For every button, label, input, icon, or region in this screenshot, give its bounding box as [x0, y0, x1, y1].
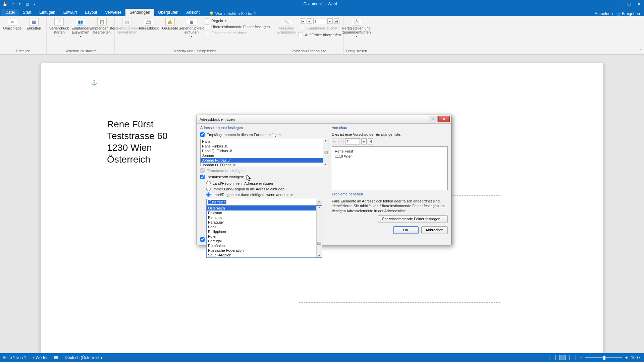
name-format-listbox[interactable]: Hans Hans Fürbas Jr. Hans Q. Fürbas Jr. … [200, 139, 328, 166]
match-fields-button[interactable]: Übereinstimmende Felder festlegen [204, 24, 270, 29]
collapse-ribbon-icon[interactable]: ˄ [640, 49, 642, 53]
start-merge-button[interactable]: 📄Seriendruck starten▾ [49, 17, 69, 38]
preview-next-button[interactable]: ▸ [361, 138, 367, 144]
list-item[interactable]: Hans [201, 139, 323, 144]
prev-record-button[interactable]: ◂ [307, 18, 312, 24]
dropdown-item[interactable]: Peru [207, 225, 316, 229]
dropdown-item[interactable]: Paraguay [207, 220, 316, 225]
print-layout-button[interactable] [559, 355, 566, 360]
tab-start[interactable]: Start [19, 9, 35, 16]
update-icon [205, 31, 209, 35]
dialog-help-button[interactable]: ? [429, 116, 438, 122]
status-words[interactable]: 7 Wörter [32, 355, 48, 360]
radio-always[interactable] [206, 187, 211, 191]
dropdown-item[interactable]: Österreich [207, 206, 316, 210]
zoom-slider[interactable] [585, 357, 622, 358]
envelopes-button[interactable]: ✉Umschläge [2, 17, 23, 30]
tab-review[interactable]: Überprüfen [154, 9, 182, 16]
record-input[interactable] [313, 18, 326, 24]
redo-icon[interactable]: ↻ [17, 2, 22, 6]
signin-button[interactable]: Anmelden [595, 11, 613, 16]
list-item[interactable]: Johann [201, 153, 323, 158]
edit-recipients-button[interactable]: 📋Empfängerliste bearbeiten [92, 17, 112, 34]
tab-view[interactable]: Ansicht [182, 9, 204, 16]
status-bar: Seite 1 von 1 7 Wörter 📖 Deutsch (Österr… [0, 353, 644, 362]
last-record-button[interactable]: ▸| [334, 18, 339, 24]
rules-icon [205, 18, 209, 23]
chk-postal-label: Postanschrift einfügen: [207, 175, 244, 179]
radio-always-label: Immer Land/Region in die Adresse einfüge… [213, 187, 284, 191]
list-item[interactable]: Johann Q. Fürbas Jr. [201, 163, 323, 166]
dialog-titlebar[interactable]: Adressblock einfügen ? ✕ [197, 115, 451, 124]
finish-merge-button[interactable]: 📩Fertig stellen und zusammenführen▾ [346, 17, 367, 38]
touch-icon[interactable]: ▥ [25, 2, 30, 6]
rules-button[interactable]: Regeln ▾ [204, 18, 270, 23]
update-labels-button: Etiketten aktualisieren [204, 30, 270, 36]
tab-file[interactable]: Datei [1, 9, 19, 16]
dialog-close-button[interactable]: ✕ [438, 116, 450, 122]
preview-record-input[interactable] [345, 138, 360, 144]
listbox-scrollbar[interactable]: ▲▼ [323, 139, 328, 166]
combo-dropdown-button[interactable]: ▼ [316, 199, 322, 205]
labels-button[interactable]: ▦Etiketten [23, 17, 44, 30]
tab-design[interactable]: Entwurf [59, 9, 81, 16]
status-lang[interactable]: Deutsch (Österreich) [65, 355, 102, 360]
radio-other-label: Land/Region nur dann einfügen, wenn ande… [213, 193, 294, 197]
zoom-in-button[interactable]: + [625, 355, 628, 360]
undo-icon[interactable]: ↶ [10, 2, 15, 6]
group-finish-label: Fertig stellen [346, 48, 367, 54]
tab-layout[interactable]: Layout [81, 9, 101, 16]
minimize-icon[interactable]: ─ [614, 1, 624, 7]
chk-postal[interactable] [200, 175, 205, 179]
preview-last-button[interactable]: ▸| [368, 138, 373, 144]
fix-text: Falls Elemente im Adressblock fehlen ode… [332, 199, 448, 213]
web-layout-button[interactable] [569, 355, 576, 360]
country-combo[interactable]: Österreich ▼ Österreich Pakistan Panama … [206, 199, 322, 205]
list-item[interactable]: Johann Fürbas Jr. [201, 158, 323, 163]
close-icon[interactable]: ✕ [634, 1, 644, 7]
proofing-icon[interactable]: 📖 [54, 355, 59, 360]
dropdown-item[interactable]: Panama [207, 215, 316, 220]
tab-references[interactable]: Verweise [101, 9, 125, 16]
dropdown-item[interactable]: Portugal [207, 239, 316, 243]
dropdown-item[interactable]: Russische Föderation [207, 248, 316, 253]
check-errors-button[interactable]: Auf Fehler überprüfen [298, 32, 341, 38]
maximize-icon[interactable]: ▢ [624, 1, 634, 7]
dropdown-item[interactable]: Polen [207, 234, 316, 239]
select-recipients-button[interactable]: 👥Empfänger auswählen▾ [70, 17, 91, 38]
greeting-line-button[interactable]: ✍Grußzeile [160, 17, 180, 30]
zoom-level[interactable]: 100% [631, 355, 641, 360]
chk-name-format[interactable] [200, 132, 205, 137]
list-item[interactable]: Hans Fürbas Jr. [201, 144, 323, 148]
next-record-button[interactable]: ▸ [327, 18, 333, 24]
match-label: Übereinstimmende Felder festlegen [211, 25, 270, 29]
insert-merge-field-button[interactable]: ▦Seriendruckfeld einfügen▾ [181, 17, 202, 38]
radio-other[interactable] [206, 192, 211, 197]
list-item[interactable]: Hans Q. Fürbas Jr. [201, 148, 323, 153]
qat-more-icon[interactable]: ▾ [32, 2, 37, 6]
zoom-out-button[interactable]: − [579, 355, 582, 360]
tell-me[interactable]: 💡 Was möchten Sie tun? [209, 11, 256, 16]
read-mode-button[interactable] [549, 355, 556, 360]
dropdown-item[interactable]: Rumänien [207, 243, 316, 248]
first-record-button[interactable]: |◂ [300, 18, 305, 24]
dropdown-item[interactable]: Philippinen [207, 229, 316, 234]
save-icon[interactable]: 💾 [3, 2, 7, 6]
tab-insert[interactable]: Einfügen [35, 9, 59, 16]
quick-access-toolbar: 💾 ↶ ↻ ▥ ▾ [0, 2, 37, 6]
cancel-button[interactable]: Abbrechen [421, 226, 448, 234]
share-button[interactable]: 👥 Freigeben [615, 11, 640, 16]
dropdown-scrollbar[interactable]: ▲▼ [316, 206, 322, 257]
ok-button[interactable]: OK [393, 226, 419, 234]
radio-never[interactable] [206, 181, 211, 185]
rules-label: Regeln [211, 19, 223, 23]
dropdown-item[interactable]: Saudi-Arabien [207, 253, 316, 257]
document-text[interactable]: Rene Fürst Teststrasse 60 1230 Wien Öste… [107, 118, 168, 165]
tab-mailings[interactable]: Sendungen [125, 9, 154, 16]
match-fields-dialog-button[interactable]: Übereinstimmende Felder festlegen... [378, 215, 448, 223]
dropdown-item[interactable]: Pakistan [207, 210, 316, 215]
chk-format-region[interactable] [200, 237, 205, 242]
status-page[interactable]: Seite 1 von 1 [3, 355, 26, 360]
dialog-title: Adressblock einfügen [200, 117, 235, 121]
ribbon-options-icon[interactable]: ⋯ [604, 1, 614, 7]
